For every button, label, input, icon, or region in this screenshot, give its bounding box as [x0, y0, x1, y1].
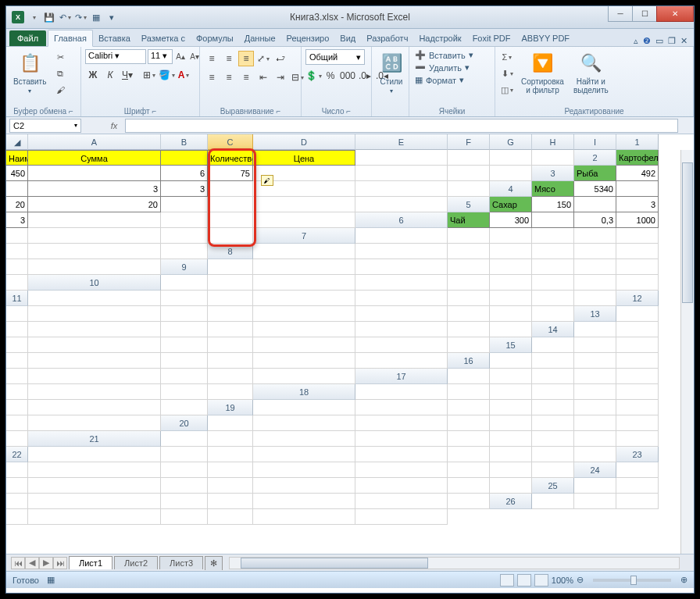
cell-A15[interactable]: [532, 337, 574, 353]
col-header-D[interactable]: D: [253, 134, 355, 150]
cell-I11[interactable]: [574, 291, 616, 306]
cell-D6[interactable]: 0,3: [574, 212, 616, 228]
tab-abbyy[interactable]: ABBYY PDF: [516, 30, 576, 46]
cell-C26[interactable]: [616, 494, 659, 509]
cell-G22[interactable]: [490, 447, 532, 462]
cell-F4[interactable]: [161, 197, 208, 212]
cell-A2[interactable]: Картофель: [616, 150, 659, 166]
cell-E14[interactable]: [161, 337, 208, 353]
row-header-3[interactable]: 3: [532, 166, 574, 181]
cell-A24[interactable]: [616, 462, 659, 478]
vertical-scrollbar[interactable]: [680, 150, 694, 554]
cell-C13[interactable]: [28, 322, 161, 337]
cell-A19[interactable]: [253, 400, 355, 415]
macro-icon[interactable]: ▦: [47, 575, 55, 585]
col-header-I[interactable]: I: [574, 134, 616, 150]
row-header-19[interactable]: 19: [208, 400, 253, 415]
cell-G14[interactable]: [253, 337, 355, 353]
cell-B19[interactable]: [355, 400, 448, 415]
align-left-icon[interactable]: ≡: [204, 70, 220, 85]
cell-D10[interactable]: [355, 275, 448, 291]
cell-H14[interactable]: [355, 337, 448, 353]
cell-G18[interactable]: [6, 400, 28, 415]
row-header-4[interactable]: 4: [490, 181, 532, 197]
cell-G5[interactable]: [161, 212, 208, 228]
cell-H9[interactable]: [616, 259, 659, 275]
cell-H4[interactable]: [253, 197, 355, 212]
decrease-indent-icon[interactable]: ⇤: [255, 70, 271, 85]
cell-B10[interactable]: [208, 275, 253, 291]
cell-G26[interactable]: [208, 509, 253, 525]
cell-B8[interactable]: [355, 244, 448, 259]
cell-E1[interactable]: Цена: [253, 150, 355, 166]
cell-G12[interactable]: [448, 306, 490, 322]
font-size-select[interactable]: 11 ▾: [148, 49, 173, 64]
increase-indent-icon[interactable]: ⇥: [273, 70, 288, 85]
cell-G7[interactable]: [6, 244, 28, 259]
cell-C9[interactable]: [355, 259, 448, 275]
cell-D25[interactable]: [28, 494, 161, 509]
cell-C1[interactable]: [161, 150, 208, 166]
cell-G10[interactable]: [532, 275, 574, 291]
cell-B20[interactable]: [253, 415, 355, 431]
cell-E16[interactable]: [6, 369, 28, 384]
cell-B26[interactable]: [574, 494, 616, 509]
cell-C5[interactable]: [574, 197, 616, 212]
decrease-font-icon[interactable]: A▾: [188, 51, 201, 63]
cell-I23[interactable]: [532, 462, 574, 478]
cell-F7[interactable]: [616, 228, 659, 244]
qat-customize[interactable]: ▾: [105, 10, 119, 24]
cell-H11[interactable]: [532, 291, 574, 306]
cell-I1[interactable]: [532, 150, 574, 166]
cell-C23[interactable]: [161, 462, 208, 478]
format-cells-button[interactable]: ▦ Формат ▾: [413, 74, 466, 86]
tab-addins[interactable]: Надстройк: [413, 30, 466, 46]
cell-C12[interactable]: [161, 306, 208, 322]
cell-H8[interactable]: [6, 259, 28, 275]
cell-I20[interactable]: [6, 431, 28, 447]
align-center-icon[interactable]: ≡: [221, 70, 237, 85]
cell-G6[interactable]: [28, 228, 161, 244]
cell-I15[interactable]: [355, 353, 448, 369]
cell-D15[interactable]: [6, 353, 28, 369]
row-header-13[interactable]: 13: [574, 306, 616, 322]
cell-D1[interactable]: Количество: [208, 150, 253, 166]
cell-B11[interactable]: [161, 291, 208, 306]
cell-A22[interactable]: [28, 447, 161, 462]
cell-H26[interactable]: [253, 509, 355, 525]
cell-E11[interactable]: [355, 291, 448, 306]
cell-H13[interactable]: [448, 322, 490, 337]
new-sheet-button[interactable]: ✻: [205, 556, 223, 570]
cell-A9[interactable]: [208, 259, 253, 275]
cell-I5[interactable]: [253, 212, 355, 228]
cell-E7[interactable]: [574, 228, 616, 244]
col-header-H[interactable]: H: [532, 134, 574, 150]
cell-E19[interactable]: [532, 400, 574, 415]
font-color-button[interactable]: A: [176, 67, 191, 83]
fill-color-button[interactable]: 🪣: [159, 67, 174, 83]
cell-F17[interactable]: [6, 384, 28, 400]
cell-I9[interactable]: [6, 275, 28, 291]
cell-I12[interactable]: [532, 306, 574, 322]
cell-B13[interactable]: [6, 322, 28, 337]
cell-D5[interactable]: 3: [616, 197, 659, 212]
cell-G4[interactable]: [208, 197, 253, 212]
cell-D20[interactable]: [448, 415, 490, 431]
fill-icon[interactable]: ⬇: [499, 66, 515, 81]
cell-I16[interactable]: [253, 369, 355, 384]
cell-D3[interactable]: 3: [28, 181, 161, 197]
cell-B17[interactable]: [490, 369, 532, 384]
tab-review[interactable]: Рецензиро: [281, 30, 335, 46]
horizontal-scrollbar[interactable]: [229, 557, 680, 569]
cell-A1[interactable]: Наименование товара: [6, 150, 28, 166]
cell-B24[interactable]: [6, 478, 28, 494]
find-select-button[interactable]: 🔍 Найти и выделить: [570, 49, 612, 96]
cell-C18[interactable]: [490, 384, 532, 400]
cell-G24[interactable]: [355, 478, 448, 494]
row-header-23[interactable]: 23: [616, 447, 659, 462]
cell-I17[interactable]: [208, 384, 253, 400]
tab-data[interactable]: Данные: [239, 30, 281, 46]
cell-G16[interactable]: [161, 369, 208, 384]
row-header-24[interactable]: 24: [574, 462, 616, 478]
undo-icon[interactable]: ↶: [58, 10, 72, 24]
